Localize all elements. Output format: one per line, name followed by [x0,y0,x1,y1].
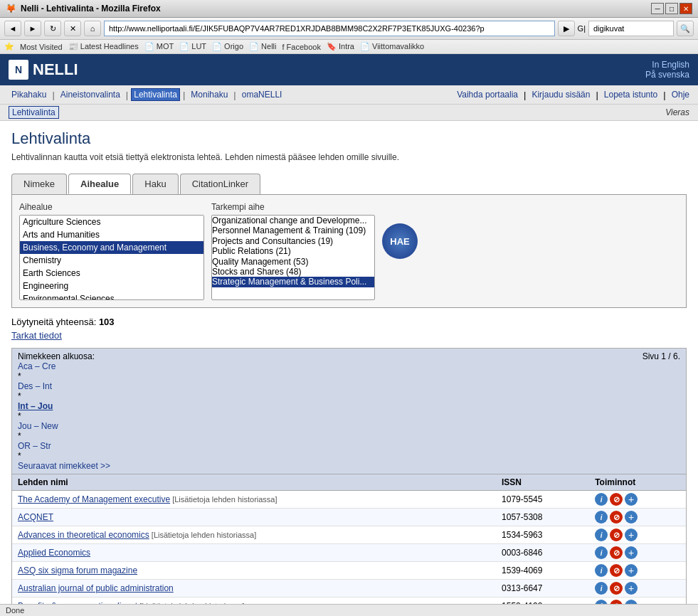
table-row: The Academy of Management executive [Lis… [12,491,686,509]
add-button[interactable]: + [625,546,638,559]
nav-monihaku[interactable]: Monihaku [188,88,231,101]
journal-link[interactable]: Applied Economics [18,548,90,558]
page-nav-des[interactable]: Des – Int [18,381,110,391]
nav-vaihda-portaalia[interactable]: Vaihda portaalia [457,90,518,100]
nav-ohje[interactable]: Ohje [672,90,689,100]
nav-lehtivalinta[interactable]: Lehtivalinta [131,88,180,101]
reload-button[interactable]: ↻ [44,21,61,36]
back-button[interactable]: ◄ [4,21,21,36]
tab-nimeke[interactable]: Nimeke [11,174,67,194]
search-input[interactable] [588,21,674,36]
tab-haku[interactable]: Haku [132,174,178,194]
bookmark-latest-headlines[interactable]: 📰 Latest Headlines [68,42,139,51]
search-go-button[interactable]: 🔍 [677,21,694,36]
add-button[interactable]: + [625,511,638,524]
info-button[interactable]: i [595,564,608,577]
no-button[interactable]: ⊘ [610,564,623,577]
address-bar[interactable] [104,21,555,36]
bookmark-nelli[interactable]: 📄 Nelli [249,42,276,51]
page-nav-aca[interactable]: Aca – Cre [18,361,110,371]
nav-aineistonvalinta[interactable]: Aineistonvalinta [58,88,123,101]
page-nav-seuraavat[interactable]: Seuraavat nimekkeet >> [18,461,110,471]
go-button[interactable]: ▶ [558,21,575,36]
option-public-rel[interactable]: Public Relations (21) [212,246,374,256]
add-button[interactable]: + [625,582,638,595]
journal-actions: i ⊘ + [589,491,686,509]
lang-swedish-link[interactable]: På svenska [645,70,689,80]
option-earth[interactable]: Earth Sciences [20,267,203,280]
no-button[interactable]: ⊘ [610,546,623,559]
journal-link[interactable]: ASQ six sigma forum magazine [18,565,137,575]
no-button[interactable]: ⊘ [610,529,623,541]
no-button[interactable]: ⊘ [610,493,623,506]
forward-button[interactable]: ► [24,21,41,36]
journal-link[interactable]: Advances in theoretical economics [18,530,149,540]
minimize-button[interactable]: ─ [651,3,664,14]
col-issn: ISSN [496,474,589,491]
option-agriculture[interactable]: Agriculture Sciences [20,216,203,228]
add-button[interactable]: + [625,564,638,577]
option-projects[interactable]: Projects and Consultancies (19) [212,236,374,246]
add-button[interactable]: + [625,529,638,541]
option-engineering[interactable]: Engineering [20,280,203,292]
language-links[interactable]: In English På svenska [645,60,689,80]
add-button[interactable]: + [625,493,638,506]
nav-lopeta[interactable]: Lopeta istunto [604,90,657,100]
tarkempi-select[interactable]: Organizational change and Developme... P… [211,215,375,300]
nav-kirjaudu[interactable]: Kirjaudu sisään [532,90,590,100]
bookmark-origo[interactable]: 📄 Origo [212,42,243,51]
nelli-logo-icon: N [9,60,28,80]
no-button[interactable]: ⊘ [610,582,623,595]
close-button[interactable]: ✕ [680,3,692,14]
nav-pikahaku[interactable]: Pikahaku [9,88,49,101]
journal-link[interactable]: ACQNET [18,512,53,522]
tarkempi-label: Tarkempi aihe [211,202,375,212]
bookmark-most-visited[interactable]: Most Visited [20,43,63,51]
page-nav-or[interactable]: OR – Str [18,441,110,451]
journal-actions: i ⊘ + [589,544,686,562]
option-business[interactable]: Business, Economy and Management [20,241,203,254]
option-strategic[interactable]: Strategic Management & Business Poli... [212,277,374,287]
info-button[interactable]: i [595,511,608,524]
results-total-label: Löytyneitä yhteensä: [11,317,96,327]
results-section: Nimekkeen alkuosa: Aca – Cre * Des – Int… [11,348,687,616]
option-quality[interactable]: Quality Management (53) [212,257,374,267]
bookmark-intra[interactable]: 🔖 Intra [327,42,354,51]
journal-link[interactable]: Australian journal of public administrat… [18,583,174,593]
hist-link[interactable]: [Lisätietoja lehden historiassa] [149,531,256,539]
page-nav-jou[interactable]: Jou – New [18,421,110,431]
option-org-change[interactable]: Organizational change and Developme... [212,216,374,225]
aihealue-select[interactable]: Agriculture Sciences Arts and Humanities… [19,215,204,300]
hae-button[interactable]: HAE [382,223,418,259]
info-button[interactable]: i [595,582,608,595]
lang-english-link[interactable]: In English [645,60,689,70]
bookmark-lut[interactable]: 📄 LUT [179,42,206,51]
option-chemistry[interactable]: Chemistry [20,254,203,267]
nav-omanelli[interactable]: omaNELLI [239,88,285,101]
nelli-logo: N NELLI [9,60,78,80]
maximize-button[interactable]: □ [665,3,678,14]
option-arts[interactable]: Arts and Humanities [20,228,203,241]
bookmark-viittomavalikko[interactable]: 📄 Viittomavalikko [360,42,424,51]
window-controls[interactable]: ─ □ ✕ [651,3,692,14]
bookmark-facebook[interactable]: f Facebook [282,43,320,51]
home-button[interactable]: ⌂ [84,21,101,36]
stop-button[interactable]: ✕ [64,21,81,36]
info-button[interactable]: i [595,493,608,506]
option-stocks[interactable]: Stocks and Shares (48) [212,267,374,277]
tab-aihealue[interactable]: Aihealue [68,174,131,194]
breadcrumb-link[interactable]: Lehtivalinta [9,106,59,119]
journal-link[interactable]: The Academy of Management executive [18,494,170,504]
info-button[interactable]: i [595,529,608,541]
option-environmental[interactable]: Environmental Sciences [20,292,203,300]
hist-link[interactable]: [Lisätietoja lehden historiassa] [170,495,277,504]
info-button[interactable]: i [595,546,608,559]
option-personnel[interactable]: Personnel Management & Training (109) [212,225,374,235]
tarkat-tiedot-link[interactable]: Tarkat tiedot [11,330,62,341]
journal-issn: 0313-6647 [496,580,589,598]
tab-citationlinker[interactable]: CitationLinker [180,174,261,194]
bookmark-mot[interactable]: 📄 MOT [144,42,174,51]
page-nav-int[interactable]: Int – Jou [18,401,110,411]
browser-icon: 🦊 [6,4,16,14]
no-button[interactable]: ⊘ [610,511,623,524]
